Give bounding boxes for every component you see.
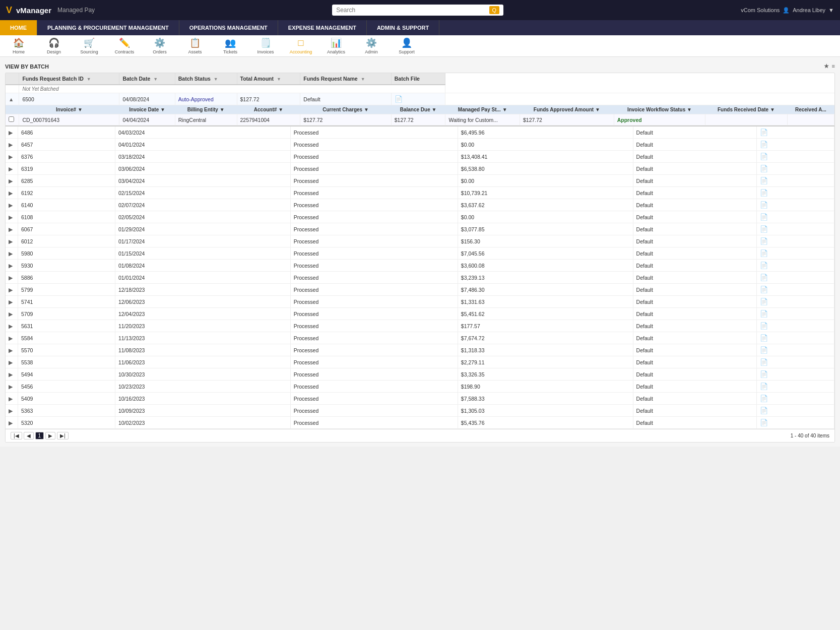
expand-btn-5409[interactable]: ▶	[6, 393, 18, 405]
batch-row-6457[interactable]: ▶ 6457 04/01/2024 Processed $0.00 Defaul…	[6, 139, 834, 151]
expand-icon-5538[interactable]: ▶	[9, 359, 13, 365]
batch-row-5741[interactable]: ▶ 5741 12/06/2023 Processed $1,331.63 De…	[6, 296, 834, 308]
batch-row-6376[interactable]: ▶ 6376 03/18/2024 Processed $13,408.41 D…	[6, 151, 834, 163]
batch-row-5631[interactable]: ▶ 5631 11/20/2023 Processed $177.57 Defa…	[6, 320, 834, 332]
expand-btn-6108[interactable]: ▶	[6, 211, 18, 223]
sort-icon-funds-approved[interactable]: ▼	[595, 107, 600, 112]
expand-icon-5570[interactable]: ▶	[9, 347, 13, 353]
expand-btn-5631[interactable]: ▶	[6, 320, 18, 332]
expand-btn-5930[interactable]: ▶	[6, 260, 18, 272]
batch-row-5494[interactable]: ▶ 5494 10/30/2023 Processed $3,326.35 De…	[6, 368, 834, 381]
expand-icon-6012[interactable]: ▶	[9, 238, 13, 244]
expand-icon-5886[interactable]: ▶	[9, 275, 13, 281]
expand-btn-5886[interactable]: ▶	[6, 272, 18, 284]
sort-icon-total-amount[interactable]: ▼	[277, 77, 281, 82]
expand-icon-5584[interactable]: ▶	[9, 335, 13, 341]
expand-icon-5799[interactable]: ▶	[9, 287, 13, 293]
expand-btn-5494[interactable]: ▶	[6, 368, 18, 381]
batch-row-6108[interactable]: ▶ 6108 02/05/2024 Processed $0.00 Defaul…	[6, 211, 834, 223]
expand-btn-6140[interactable]: ▶	[6, 199, 18, 211]
batch-row-6500[interactable]: ▲ 6500 04/08/2024 Auto-Approved $127.72 …	[6, 93, 834, 105]
batch-row-5930[interactable]: ▶ 5930 01/08/2024 Processed $3,600.08 De…	[6, 260, 834, 272]
expand-icon-6500[interactable]: ▲	[9, 96, 14, 102]
expand-btn-5799[interactable]: ▶	[6, 284, 18, 296]
icon-invoices[interactable]: 🗒️ Invoices	[253, 37, 278, 54]
sub-checkbox[interactable]	[9, 116, 14, 122]
expand-icon-6376[interactable]: ▶	[9, 154, 13, 160]
sort-icon-inv-date[interactable]: ▼	[160, 107, 165, 112]
expand-icon-5320[interactable]: ▶	[9, 420, 13, 426]
expand-icon-6140[interactable]: ▶	[9, 202, 13, 208]
sort-icon-balance[interactable]: ▼	[432, 107, 437, 112]
batch-row-5409[interactable]: ▶ 5409 10/16/2023 Processed $7,588.33 De…	[6, 393, 834, 405]
batch-row-6140[interactable]: ▶ 6140 02/07/2024 Processed $3,637.62 De…	[6, 199, 834, 211]
icon-analytics[interactable]: 📊 Analytics	[324, 37, 349, 54]
icon-home[interactable]: 🏠 Home	[6, 37, 31, 54]
icon-sourcing[interactable]: 🛒 Sourcing	[77, 37, 102, 54]
batch-row-5456[interactable]: ▶ 5456 10/23/2023 Processed $198.90 Defa…	[6, 381, 834, 393]
sort-icon-batch-status[interactable]: ▼	[214, 77, 218, 82]
batch-row-5980[interactable]: ▶ 5980 01/15/2024 Processed $7,045.56 De…	[6, 247, 834, 260]
prev-page-btn[interactable]: ◀	[24, 432, 34, 439]
nav-expense[interactable]: EXPENSE MANAGEMENT	[278, 20, 367, 35]
expand-btn-6285[interactable]: ▶	[6, 175, 18, 187]
nav-planning[interactable]: PLANNING & PROCUREMENT MANAGEMENT	[37, 20, 179, 35]
expand-icon-5631[interactable]: ▶	[9, 323, 13, 329]
expand-btn-5363[interactable]: ▶	[6, 405, 18, 417]
expand-btn-5538[interactable]: ▶	[6, 356, 18, 368]
sort-icon-managed-pay[interactable]: ▼	[502, 107, 507, 112]
page-1-btn[interactable]: 1	[35, 432, 44, 439]
sort-icon-funds-received[interactable]: ▼	[770, 107, 775, 112]
icon-accounting[interactable]: □ Accounting	[288, 38, 313, 54]
expand-btn-5570[interactable]: ▶	[6, 344, 18, 356]
expand-btn-5456[interactable]: ▶	[6, 381, 18, 393]
expand-icon-6486[interactable]: ▶	[9, 130, 13, 136]
sort-icon-account[interactable]: ▼	[278, 107, 283, 112]
sub-check[interactable]	[6, 114, 19, 125]
sort-icon-batch-date[interactable]: ▼	[153, 77, 158, 82]
first-page-btn[interactable]: |◀	[11, 432, 22, 439]
expand-icon-5980[interactable]: ▶	[9, 250, 13, 257]
next-page-btn[interactable]: ▶	[45, 432, 55, 439]
expand-icon-5709[interactable]: ▶	[9, 311, 13, 317]
expand-icon-6108[interactable]: ▶	[9, 214, 13, 220]
expand-icon-6457[interactable]: ▶	[9, 142, 13, 148]
icon-assets[interactable]: 📋 Assets	[182, 37, 208, 54]
icon-orders[interactable]: ⚙️ Orders	[147, 37, 172, 54]
expand-icon-5930[interactable]: ▶	[9, 263, 13, 269]
star-icon[interactable]: ★	[824, 63, 829, 70]
batch-row-5538[interactable]: ▶ 5538 11/06/2023 Processed $2,279.11 De…	[6, 356, 834, 368]
expand-icon-5456[interactable]: ▶	[9, 384, 13, 390]
nav-admin[interactable]: ADMIN & SUPPORT	[367, 20, 439, 35]
sort-icon-invoice[interactable]: ▼	[78, 107, 83, 112]
sort-icon-charges[interactable]: ▼	[364, 107, 369, 112]
batch-row-6486[interactable]: ▶ 6486 04/03/2024 Processed $6,495.96 De…	[6, 126, 834, 139]
expand-icon-6192[interactable]: ▶	[9, 190, 13, 196]
expand-icon-5409[interactable]: ▶	[9, 396, 13, 402]
expand-icon-5494[interactable]: ▶	[9, 371, 13, 377]
expand-icon-6319[interactable]: ▶	[9, 166, 13, 172]
last-page-btn[interactable]: ▶|	[57, 432, 69, 439]
expand-btn-6486[interactable]: ▶	[6, 126, 18, 139]
batch-row-5570[interactable]: ▶ 5570 11/08/2023 Processed $1,318.33 De…	[6, 344, 834, 356]
batch-row-6192[interactable]: ▶ 6192 02/15/2024 Processed $10,739.21 D…	[6, 187, 834, 199]
search-input[interactable]	[336, 7, 489, 14]
sort-icon-workflow[interactable]: ▼	[687, 107, 692, 112]
batch-row-5320[interactable]: ▶ 5320 10/02/2023 Processed $5,435.76 De…	[6, 417, 834, 429]
expand-btn-5741[interactable]: ▶	[6, 296, 18, 308]
icon-design[interactable]: 🎧 Design	[41, 37, 67, 54]
sort-icon-billing[interactable]: ▼	[220, 107, 225, 112]
expand-icon-6285[interactable]: ▶	[9, 178, 13, 184]
expand-btn-6067[interactable]: ▶	[6, 223, 18, 235]
list-view-icon[interactable]: ≡	[832, 63, 835, 70]
expand-btn-5980[interactable]: ▶	[6, 247, 18, 260]
batch-row-5709[interactable]: ▶ 5709 12/04/2023 Processed $5,451.62 De…	[6, 308, 834, 320]
expand-icon-6067[interactable]: ▶	[9, 226, 13, 232]
sort-icon-funds-name[interactable]: ▼	[361, 77, 365, 82]
expand-btn-5709[interactable]: ▶	[6, 308, 18, 320]
expand-btn-6500[interactable]: ▲	[6, 93, 19, 105]
batch-row-5799[interactable]: ▶ 5799 12/18/2023 Processed $7,486.30 De…	[6, 284, 834, 296]
icon-admin[interactable]: ⚙️ Admin	[359, 37, 384, 54]
icon-support[interactable]: 👤 Support	[394, 37, 419, 54]
sort-icon-batch-id[interactable]: ▼	[87, 77, 91, 82]
